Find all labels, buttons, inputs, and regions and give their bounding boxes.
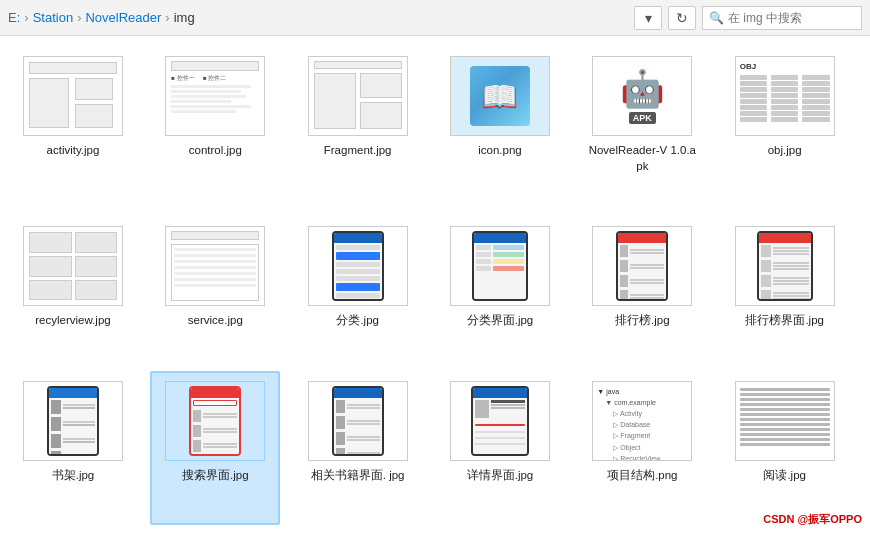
file-name: 相关书籍界面. jpg <box>311 467 405 483</box>
file-name: 排行榜.jpg <box>615 312 670 328</box>
breadcrumb: E: › Station › NovelReader › img <box>8 10 628 25</box>
file-item[interactable]: 搜索界面.jpg <box>150 371 280 525</box>
file-name: recylerview.jpg <box>35 312 110 328</box>
file-item[interactable]: 书架.jpg <box>8 371 138 525</box>
file-item[interactable]: 详情界面.jpg <box>435 371 565 525</box>
breadcrumb-e[interactable]: E: <box>8 10 20 25</box>
book-icon: 📖 <box>470 66 530 126</box>
file-name: NovelReader-V 1.0.apk <box>587 142 697 174</box>
file-name: 分类.jpg <box>336 312 379 328</box>
file-thumbnail <box>735 381 835 461</box>
apk-badge: APK <box>629 112 656 124</box>
file-thumbnail <box>308 56 408 136</box>
breadcrumb-img: img <box>174 10 195 25</box>
file-name: 排行榜界面.jpg <box>745 312 824 328</box>
search-icon: 🔍 <box>709 11 724 25</box>
file-grid: activity.jpg ■ 控件一 ■ 控件二 control.jpg Fra… <box>0 36 870 535</box>
file-name: 搜索界面.jpg <box>182 467 249 483</box>
search-box: 🔍 <box>702 6 862 30</box>
file-item[interactable]: 分类.jpg <box>293 216 423 370</box>
file-name: 阅读.jpg <box>763 467 806 483</box>
file-item[interactable]: ■ 控件一 ■ 控件二 control.jpg <box>150 46 280 216</box>
file-name: 书架.jpg <box>52 467 95 483</box>
file-thumbnail <box>735 226 835 306</box>
file-item[interactable]: service.jpg <box>150 216 280 370</box>
watermark: CSDN @振军OPPO <box>763 512 862 527</box>
file-name: control.jpg <box>189 142 242 158</box>
file-thumbnail: 📖 <box>450 56 550 136</box>
file-name: icon.png <box>478 142 521 158</box>
android-icon: 🤖 <box>620 68 665 110</box>
file-name: 详情界面.jpg <box>467 467 534 483</box>
file-thumbnail <box>165 381 265 461</box>
breadcrumb-novelreader[interactable]: NovelReader <box>85 10 161 25</box>
file-thumbnail: OBJ <box>735 56 835 136</box>
file-name: Fragment.jpg <box>324 142 392 158</box>
file-name: 项目结构.png <box>607 467 677 483</box>
file-thumbnail <box>165 226 265 306</box>
file-thumbnail <box>592 226 692 306</box>
file-item[interactable]: 排行榜.jpg <box>577 216 707 370</box>
file-thumbnail <box>308 226 408 306</box>
file-item[interactable]: 🤖 APK NovelReader-V 1.0.apk <box>577 46 707 216</box>
search-input[interactable] <box>728 11 848 25</box>
file-thumbnail <box>450 226 550 306</box>
file-thumbnail <box>23 226 123 306</box>
refresh-button[interactable]: ↻ <box>668 6 696 30</box>
dropdown-button[interactable]: ▾ <box>634 6 662 30</box>
file-thumbnail <box>450 381 550 461</box>
file-thumbnail: ▼ java ▼ com.example ▷ Activity ▷ Databa… <box>592 381 692 461</box>
top-bar: E: › Station › NovelReader › img ▾ ↻ 🔍 <box>0 0 870 36</box>
file-thumbnail: ■ 控件一 ■ 控件二 <box>165 56 265 136</box>
file-item[interactable]: Fragment.jpg <box>293 46 423 216</box>
file-thumbnail <box>308 381 408 461</box>
file-item[interactable]: 📖icon.png <box>435 46 565 216</box>
file-name: 分类界面.jpg <box>467 312 534 328</box>
file-name: obj.jpg <box>768 142 802 158</box>
file-name: activity.jpg <box>47 142 100 158</box>
breadcrumb-station[interactable]: Station <box>33 10 73 25</box>
top-bar-actions: ▾ ↻ 🔍 <box>634 6 862 30</box>
file-item[interactable]: ▼ java ▼ com.example ▷ Activity ▷ Databa… <box>577 371 707 525</box>
file-item[interactable]: OBJ <box>720 46 850 216</box>
file-item[interactable]: 阅读.jpg <box>720 371 850 525</box>
file-thumbnail <box>23 56 123 136</box>
file-item[interactable]: recylerview.jpg <box>8 216 138 370</box>
file-item[interactable]: activity.jpg <box>8 46 138 216</box>
file-item[interactable]: 分类界面.jpg <box>435 216 565 370</box>
file-thumbnail: 🤖 APK <box>592 56 692 136</box>
file-item[interactable]: 相关书籍界面. jpg <box>293 371 423 525</box>
file-name: service.jpg <box>188 312 243 328</box>
file-item[interactable]: 排行榜界面.jpg <box>720 216 850 370</box>
file-thumbnail <box>23 381 123 461</box>
